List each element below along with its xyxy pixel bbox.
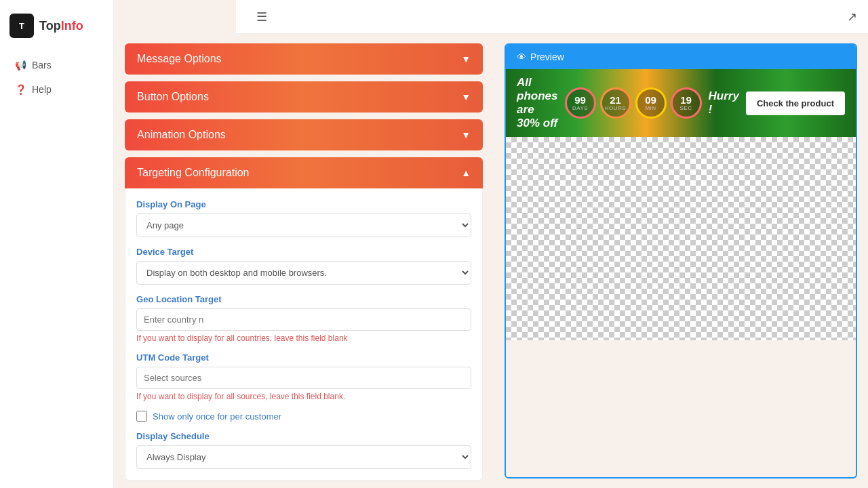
countdown-days: 99 DAYS [565,87,596,119]
message-options-chevron: ▼ [461,54,471,64]
display-schedule-field: Display Schedule Always Display Date Ran… [136,431,471,469]
targeting-chevron: ▲ [461,167,471,178]
utm-code-label: UTM Code Target [136,352,471,363]
animation-options-label: Animation Options [137,129,226,141]
show-once-label[interactable]: Show only once for per customer [153,411,281,422]
geo-location-label: Geo Location Target [136,294,471,304]
preview-content: All phones are 30% off 99 DAYS 21 HOURS [506,69,856,477]
message-options-accordion: Message Options ▼ [125,43,483,75]
display-schedule-label: Display Schedule [136,431,471,441]
show-once-checkbox[interactable] [136,411,147,422]
display-on-page-field: Display On Page Any page Home page Produ… [136,199,471,237]
sidebar-nav: 📢 Bars ❓ Help [0,49,113,106]
logo-text: TopInfo [39,19,83,33]
days-value: 99 [574,95,586,105]
targeting-label: Targeting Configuration [137,167,249,179]
sec-label: SEC [680,105,692,111]
hours-value: 21 [610,95,621,105]
message-options-label: Message Options [137,53,222,65]
countdown-items: 99 DAYS 21 HOURS 09 MIN [565,87,702,119]
hours-label: HOURS [605,105,626,111]
main-area: ☰ ↗ Message Options ▼ Button Options [114,0,868,488]
eye-icon: 👁 [517,52,526,62]
animation-options-chevron: ▼ [461,129,471,140]
button-options-label: Button Options [137,91,209,103]
sec-value: 19 [680,95,692,105]
min-value: 09 [645,95,656,105]
sidebar: T TopInfo 📢 Bars ❓ Help [0,0,114,488]
utm-code-input[interactable] [136,367,471,389]
device-target-label: Device Target [136,247,471,257]
topbar: ☰ ↗ [236,0,868,34]
preview-title: Preview [530,52,564,62]
display-on-page-select[interactable]: Any page Home page Product page [136,214,471,237]
logo-icon: T [9,14,34,38]
sidebar-header: T TopInfo [0,7,113,49]
min-label: MIN [645,105,656,111]
geo-location-input[interactable] [136,308,471,331]
geo-location-field: Geo Location Target If you want to displ… [136,294,471,343]
animation-options-header[interactable]: Animation Options ▼ [125,119,483,150]
preview-box: 👁 Preview All phones are 30% off 99 DAYS [505,43,857,479]
button-options-accordion: Button Options ▼ [125,81,483,113]
cta-button[interactable]: Check the product [746,92,845,115]
bar-text: All phones are 30% off [517,76,557,130]
right-panel: 👁 Preview All phones are 30% off 99 DAYS [494,34,868,488]
checkered-area [506,137,856,340]
exit-icon[interactable]: ↗ [847,9,857,24]
sidebar-item-bars[interactable]: 📢 Bars [4,54,109,76]
device-target-select[interactable]: Display on both desktop and mobile brows… [136,261,471,285]
sidebar-bars-label: Bars [32,60,52,70]
targeting-body: Display On Page Any page Home page Produ… [125,188,483,481]
hurry-text: Hurry ! [709,89,739,117]
device-target-field: Device Target Display on both desktop an… [136,247,471,285]
button-options-chevron: ▼ [461,92,471,102]
animation-options-accordion: Animation Options ▼ [125,119,483,150]
help-icon: ❓ [15,84,26,95]
countdown-sec: 19 SEC [671,87,702,119]
page-layout: T TopInfo 📢 Bars ❓ Help ☰ ↗ [0,0,868,488]
message-options-header[interactable]: Message Options ▼ [125,43,483,75]
targeting-header[interactable]: Targeting Configuration ▲ [125,157,483,188]
countdown-bar: All phones are 30% off 99 DAYS 21 HOURS [506,69,856,137]
sidebar-help-label: Help [32,84,52,95]
targeting-accordion: Targeting Configuration ▲ Display On Pag… [125,157,483,481]
countdown-hours: 21 HOURS [600,87,631,119]
utm-code-hint: If you want to display for all sources, … [136,392,471,401]
preview-header: 👁 Preview [506,45,856,69]
display-schedule-select[interactable]: Always Display Date Range Recurring [136,445,471,469]
sidebar-item-help[interactable]: ❓ Help [4,79,109,100]
left-panel: Message Options ▼ Button Options ▼ Anima… [114,34,494,488]
button-options-header[interactable]: Button Options ▼ [125,81,483,113]
megaphone-icon: 📢 [15,60,26,70]
geo-location-hint: If you want to display for all countries… [136,333,471,343]
utm-code-field: UTM Code Target If you want to display f… [136,352,471,401]
hamburger-icon[interactable]: ☰ [247,7,277,27]
days-label: DAYS [572,105,588,111]
display-on-page-label: Display On Page [136,199,471,209]
countdown-min: 09 MIN [635,87,667,119]
content-area: Message Options ▼ Button Options ▼ Anima… [114,34,868,488]
show-once-row: Show only once for per customer [136,411,471,422]
